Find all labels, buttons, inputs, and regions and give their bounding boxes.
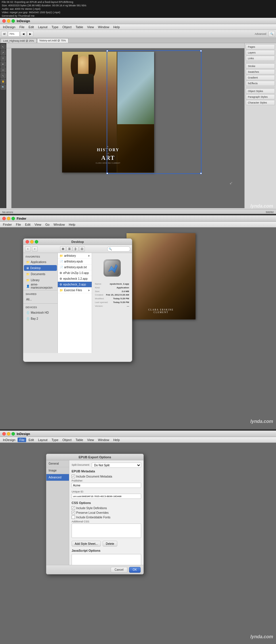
- maximize-btn3[interactable]: [12, 432, 15, 436]
- menu3-2[interactable]: Edit: [27, 438, 36, 442]
- tool-scale[interactable]: ⤡: [1, 73, 6, 78]
- menu2-file[interactable]: File: [14, 222, 23, 227]
- menu3-1[interactable]: File: [18, 438, 26, 442]
- tab-history-art[interactable]: history-art.indd @ 75%: [37, 38, 69, 43]
- file-arthistory-txt[interactable]: 📄 arthistory.epub.txt: [58, 264, 92, 270]
- toolbar-btn-3[interactable]: ▶: [27, 31, 33, 37]
- close-btn2[interactable]: [2, 217, 6, 220]
- close-btn3[interactable]: [2, 432, 6, 436]
- menu3-0[interactable]: InDesign: [1, 438, 17, 442]
- menu-indesign[interactable]: InDesign: [1, 25, 17, 29]
- minimize-button[interactable]: [7, 19, 10, 23]
- tool-select[interactable]: ↖: [1, 44, 6, 49]
- handle-tr[interactable]: [200, 50, 202, 52]
- epub-ok-btn[interactable]: OK: [129, 567, 141, 573]
- js-textarea[interactable]: [72, 554, 141, 566]
- tool-pen[interactable]: ✒: [1, 62, 6, 67]
- file-epub-unzip[interactable]: ⚙ ePub UnZip 1.0.app: [58, 270, 92, 276]
- menu3-8[interactable]: Window: [96, 438, 111, 442]
- menu-help[interactable]: Help: [112, 25, 122, 29]
- menu2-view[interactable]: View: [33, 222, 43, 227]
- panel-gradient[interactable]: Gradient: [246, 75, 275, 80]
- menu-type[interactable]: Type: [50, 25, 60, 29]
- menu2-finder[interactable]: Finder: [1, 222, 14, 227]
- panel-links[interactable]: Links: [246, 56, 275, 61]
- file-arthistory-epub[interactable]: 📄 arthistory.epub: [58, 259, 92, 264]
- tab-lost-highway[interactable]: Lost_Highway.indd @ 25%: [1, 38, 37, 43]
- maximize-button[interactable]: [12, 19, 15, 23]
- menu3-5[interactable]: Object: [61, 438, 73, 442]
- panel-stroke[interactable]: Stroke: [246, 64, 275, 69]
- tool-direct[interactable]: ↗: [1, 50, 6, 55]
- nav-fwd2[interactable]: ›: [32, 246, 38, 252]
- include-style-checkbox[interactable]: [72, 506, 75, 510]
- sidebar-library2[interactable]: 📁 Library: [24, 277, 57, 283]
- minimize-btn2[interactable]: [7, 217, 10, 220]
- toolbar-btn-1[interactable]: Id: [1, 31, 7, 37]
- nav-back2[interactable]: ‹: [25, 246, 31, 252]
- tool-rect[interactable]: ▭: [1, 67, 6, 72]
- menu-view[interactable]: View: [85, 25, 96, 29]
- menu3-6[interactable]: Table: [74, 438, 85, 442]
- view-icon2[interactable]: ⊞: [60, 246, 66, 252]
- close-button[interactable]: [2, 19, 6, 23]
- file-epubcheck-12[interactable]: ⚙ epubcheck 1.2.app: [58, 276, 92, 282]
- menu-table[interactable]: Table: [74, 25, 85, 29]
- panel-character-styles[interactable]: Character Styles: [246, 100, 275, 105]
- file-arthistory-folder[interactable]: 📁 arthistory ▶: [58, 253, 92, 259]
- menu3-4[interactable]: Type: [50, 438, 60, 442]
- menu-file[interactable]: File: [18, 25, 26, 29]
- handle-br[interactable]: [200, 172, 202, 174]
- tool-type[interactable]: T: [1, 56, 6, 61]
- menu2-go[interactable]: Go: [44, 222, 51, 227]
- sidebar-machd2[interactable]: 💿 Macintosh HD: [24, 310, 57, 315]
- epub-tab-advanced[interactable]: Advanced: [46, 474, 69, 481]
- epub-tab-general[interactable]: General: [46, 460, 69, 467]
- menu2-window[interactable]: Window: [52, 222, 66, 227]
- dialog-maximize2[interactable]: [35, 240, 38, 244]
- panel-object-styles[interactable]: Object Styles: [246, 89, 275, 94]
- menu3-3[interactable]: Layout: [36, 438, 49, 442]
- file-epubcheck-3[interactable]: ⚙ epubcheck_3.app: [58, 282, 92, 288]
- delete-css-btn[interactable]: Delete: [103, 541, 117, 547]
- menu2-edit[interactable]: Edit: [23, 222, 32, 227]
- panel-fx[interactable]: fx Effects: [246, 81, 275, 86]
- dialog-minimize2[interactable]: [30, 240, 34, 244]
- tool-zoom[interactable]: 🔍: [1, 85, 6, 90]
- split-doc-select[interactable]: Do Not Split: [92, 463, 141, 468]
- toolbar-btn-2[interactable]: ◀: [20, 31, 26, 37]
- panel-paragraph-styles[interactable]: Paragraph Styles: [246, 94, 275, 99]
- view-cov2[interactable]: ⊡: [79, 246, 85, 252]
- search-box2[interactable]: 🔍: [107, 246, 130, 252]
- menu-layout[interactable]: Layout: [36, 25, 49, 29]
- include-doc-meta-checkbox[interactable]: [72, 475, 75, 478]
- zoom-field[interactable]: 75%: [8, 31, 20, 37]
- uniqueid-input[interactable]: [72, 494, 141, 499]
- sidebar-desktop2[interactable]: 🖥 Desktop: [24, 265, 57, 271]
- view-col2[interactable]: |⟩: [73, 246, 78, 252]
- menu3-9[interactable]: Help: [112, 438, 122, 442]
- epub-tab-image[interactable]: Image: [46, 467, 69, 474]
- maximize-btn2[interactable]: [12, 217, 15, 220]
- minimize-btn3[interactable]: [7, 432, 10, 436]
- handle-bl[interactable]: [106, 172, 108, 174]
- sidebar-documents2[interactable]: 📁 Documents: [24, 271, 57, 277]
- add-stylesheet-btn[interactable]: Add Style Sheet...: [72, 541, 101, 547]
- menu-object[interactable]: Object: [61, 25, 73, 29]
- sidebar-user2[interactable]: 👤 anne-marieconcepcion: [24, 283, 57, 289]
- menu-window[interactable]: Window: [96, 25, 111, 29]
- panel-swatches[interactable]: Swatches: [246, 69, 275, 74]
- sidebar-bay2[interactable]: 💿 Bay 2: [24, 316, 57, 321]
- sidebar-all2[interactable]: All...: [24, 296, 57, 302]
- panel-layers[interactable]: Layers: [246, 50, 275, 55]
- panel-pages[interactable]: Pages: [246, 44, 275, 49]
- publisher-input[interactable]: [72, 483, 141, 488]
- menu-edit[interactable]: Edit: [27, 25, 36, 29]
- additional-css-textarea[interactable]: [72, 524, 141, 538]
- dialog-close2[interactable]: [26, 240, 29, 244]
- preserve-override-checkbox[interactable]: [72, 511, 75, 514]
- menu3-7[interactable]: View: [85, 438, 96, 442]
- file-exercise[interactable]: 📁 Exercise Files ▶: [58, 288, 92, 293]
- embeddable-fonts-checkbox[interactable]: [72, 515, 75, 519]
- epub-cancel-btn[interactable]: Cancel: [111, 567, 127, 573]
